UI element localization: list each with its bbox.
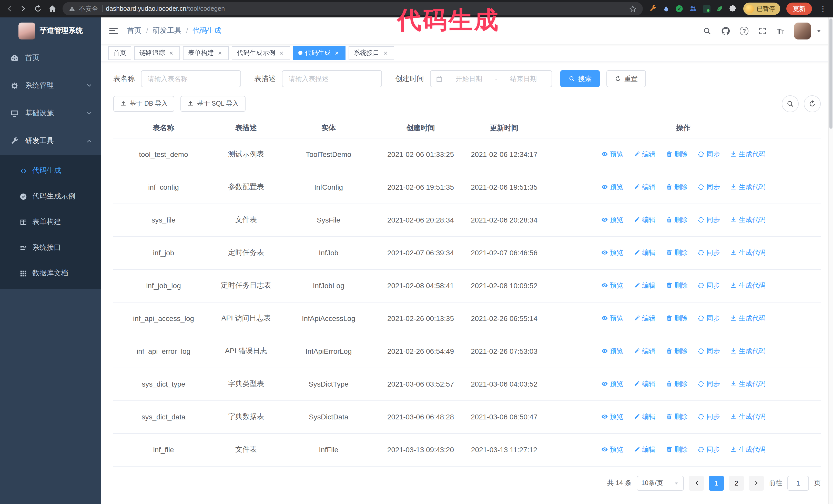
sidebar-subitem-codegen-example[interactable]: 代码生成示例 [0,184,101,209]
delete-link[interactable]: 删除 [666,215,688,224]
sync-link[interactable]: 同步 [698,314,720,323]
sync-link[interactable]: 同步 [698,412,720,422]
sync-link[interactable]: 同步 [698,281,720,290]
delete-link[interactable]: 删除 [666,412,688,422]
fullscreen-icon[interactable] [758,26,767,35]
ext-drop-icon[interactable] [663,5,669,12]
import-db-button[interactable]: 基于 DB 导入 [113,96,174,112]
breadcrumb-dev-tools[interactable]: 研发工具 [153,26,182,35]
breadcrumb-home[interactable]: 首页 [127,26,142,35]
sidebar-subitem-codegen[interactable]: 代码生成 [0,158,101,184]
sidebar-item-system-management[interactable]: 系统管理 [0,72,101,99]
reset-button[interactable]: 重置 [606,70,646,87]
edit-link[interactable]: 编辑 [633,346,656,356]
back-icon[interactable] [5,5,13,13]
tab-system-api[interactable]: 系统接口× [349,46,394,60]
edit-link[interactable]: 编辑 [633,183,656,192]
sync-link[interactable]: 同步 [698,150,720,159]
ext-box-icon[interactable] [703,5,711,13]
delete-link[interactable]: 删除 [666,281,688,290]
generate-code-link[interactable]: 生成代码 [730,445,766,454]
sync-link[interactable]: 同步 [698,183,720,192]
bookmark-star-icon[interactable] [629,5,637,13]
preview-link[interactable]: 预览 [601,150,623,159]
preview-link[interactable]: 预览 [601,412,623,422]
scrollbar-thumb[interactable] [829,19,832,129]
close-tab-icon[interactable]: × [333,49,340,57]
ext-shield-check-icon[interactable] [675,5,683,13]
preview-link[interactable]: 预览 [601,379,623,389]
close-tab-icon[interactable]: × [168,49,175,57]
forward-icon[interactable] [20,5,28,13]
app-logo[interactable]: 芋道管理系统 [0,18,101,44]
sync-link[interactable]: 同步 [698,248,720,257]
sync-link[interactable]: 同步 [698,215,720,224]
preview-link[interactable]: 预览 [601,183,623,192]
generate-code-link[interactable]: 生成代码 [730,248,766,257]
github-icon[interactable] [721,26,730,35]
sidebar-subitem-db-doc[interactable]: 数据库文档 [0,261,101,286]
url-bar[interactable]: 不安全 dashboard.yudao.iocoder.cn/tool/code… [63,2,643,16]
sidebar-item-home[interactable]: 首页 [0,44,101,72]
preview-link[interactable]: 预览 [601,281,623,290]
sidebar-subitem-system-api[interactable]: 系统接口 [0,235,101,261]
import-sql-button[interactable]: 基于 SQL 导入 [181,96,245,112]
search-button[interactable]: 搜索 [560,70,600,87]
page-2-button[interactable]: 2 [729,476,744,490]
tab-home[interactable]: 首页 [108,46,131,60]
edit-link[interactable]: 编辑 [633,445,656,454]
delete-link[interactable]: 删除 [666,346,688,356]
delete-link[interactable]: 删除 [666,150,688,159]
close-tab-icon[interactable]: × [382,49,389,57]
edit-link[interactable]: 编辑 [633,379,656,389]
edit-link[interactable]: 编辑 [633,412,656,422]
edit-link[interactable]: 编辑 [633,281,656,290]
search-icon[interactable] [703,26,712,35]
tab-codegen-example[interactable]: 代码生成示例× [232,46,290,60]
edit-link[interactable]: 编辑 [633,248,656,257]
home-icon[interactable] [48,5,56,13]
generate-code-link[interactable]: 生成代码 [730,379,766,389]
generate-code-link[interactable]: 生成代码 [730,215,766,224]
preview-link[interactable]: 预览 [601,215,623,224]
extensions-puzzle-icon[interactable] [729,5,737,13]
close-tab-icon[interactable]: × [216,49,223,57]
hamburger-icon[interactable] [101,18,126,44]
delete-link[interactable]: 删除 [666,314,688,323]
preview-link[interactable]: 预览 [601,248,623,257]
refresh-table-button[interactable] [804,95,821,112]
sidebar-item-dev-tools[interactable]: 研发工具 [0,127,101,155]
edit-link[interactable]: 编辑 [633,314,656,323]
generate-code-link[interactable]: 生成代码 [730,314,766,323]
toggle-search-button[interactable] [782,95,799,112]
chrome-menu-icon[interactable]: ⋮ [818,4,828,13]
chrome-update-button[interactable]: 更新 [786,3,812,15]
reload-icon[interactable] [34,5,42,13]
tab-codegen[interactable]: 代码生成× [293,46,346,60]
ext-people-icon[interactable] [689,5,697,13]
tab-form-builder[interactable]: 表单构建× [183,46,229,60]
delete-link[interactable]: 删除 [666,379,688,389]
delete-link[interactable]: 删除 [666,183,688,192]
help-icon[interactable]: ? [740,26,749,35]
profile-paused-badge[interactable]: 已暂停 [743,3,780,15]
table-name-input[interactable] [141,70,241,87]
generate-code-link[interactable]: 生成代码 [730,183,766,192]
page-1-button[interactable]: 1 [709,476,724,490]
ext-tool-icon[interactable] [649,5,657,13]
caret-down-icon[interactable] [816,28,822,33]
goto-page-input[interactable] [787,476,809,490]
sync-link[interactable]: 同步 [698,346,720,356]
edit-link[interactable]: 编辑 [633,150,656,159]
preview-link[interactable]: 预览 [601,445,623,454]
sidebar-item-infrastructure[interactable]: 基础设施 [0,99,101,127]
ext-leaf-icon[interactable] [716,5,723,12]
next-page-button[interactable] [749,476,764,490]
sync-link[interactable]: 同步 [698,379,720,389]
generate-code-link[interactable]: 生成代码 [730,150,766,159]
generate-code-link[interactable]: 生成代码 [730,281,766,290]
table-desc-input[interactable] [282,70,382,87]
page-size-select[interactable]: 10条/页 [637,476,684,490]
font-size-icon[interactable]: TT [777,27,784,34]
user-avatar[interactable] [794,22,811,39]
